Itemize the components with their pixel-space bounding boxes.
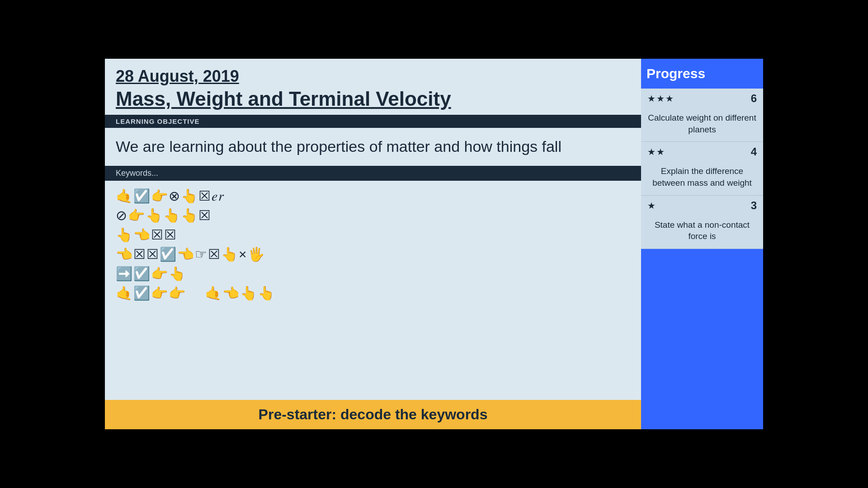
icon-row: 👆👈☒️☒️ — [116, 226, 630, 244]
progress-item-header-2: ★ 3 — [641, 196, 763, 216]
icon-row: 👈☒️☒️☑️👈☞☒️👆×🖐 — [116, 245, 630, 263]
icon-row: ⊘👉👆👆👆☒️ — [116, 206, 630, 224]
sidebar-footer — [641, 249, 763, 429]
main-content: 28 August, 2019 Mass, Weight and Termina… — [105, 59, 641, 429]
progress-item-header-0: ★★★ 6 — [641, 89, 763, 108]
stars-0: ★★★ — [647, 93, 675, 104]
progress-desc-2: State what a non-contact force is — [641, 216, 763, 249]
learning-objective-text: We are learning about the properties of … — [105, 128, 641, 166]
sidebar-header-title: Progress — [646, 66, 705, 81]
keywords-icons: 🤙☑️👉⊗👆☒️𝑒𝑟⊘👉👆👆👆☒️👆👈☒️☒️👈☒️☒️☑️👈☞☒️👆×🖐➡️☑… — [105, 181, 641, 400]
progress-number-2: 3 — [751, 199, 757, 212]
progress-item-2: ★ 3 State what a non-contact force is — [641, 196, 763, 249]
progress-number-1: 4 — [751, 145, 757, 158]
sidebar: Progress ★★★ 6 Calculate weight on diffe… — [641, 59, 763, 429]
learning-objective-bar: LEARNING OBJECTIVE — [105, 115, 641, 128]
stars-2: ★ — [647, 200, 656, 211]
progress-item-0: ★★★ 6 Calculate weight on different plan… — [641, 89, 763, 142]
progress-desc-0: Calculate weight on different planets — [641, 108, 763, 141]
progress-item-1: ★★ 4 Explain the difference between mass… — [641, 142, 763, 195]
icon-row: 🤙☑️👉⊗👆☒️𝑒𝑟 — [116, 187, 630, 205]
keywords-bar: Keywords... — [105, 166, 641, 181]
title-section: 28 August, 2019 Mass, Weight and Termina… — [105, 59, 641, 115]
icon-row: 🤙☑️👉👉 🤙👈👆👆 — [116, 284, 630, 302]
progress-desc-1: Explain the difference between mass and … — [641, 162, 763, 195]
prestarter-text: Pre-starter: decode the keywords — [259, 406, 488, 422]
keywords-label: Keywords... — [116, 169, 158, 178]
prestarter-bar: Pre-starter: decode the keywords — [105, 400, 641, 429]
icon-row: ➡️☑️👉👆 — [116, 265, 630, 282]
progress-number-0: 6 — [751, 92, 757, 105]
learning-objective-label: LEARNING OBJECTIVE — [116, 117, 200, 125]
slide-wrapper: 28 August, 2019 Mass, Weight and Termina… — [105, 59, 763, 429]
sidebar-header: Progress — [641, 59, 763, 89]
stars-1: ★★ — [647, 146, 665, 157]
slide-date: 28 August, 2019 — [116, 67, 630, 86]
progress-items-container: ★★★ 6 Calculate weight on different plan… — [641, 89, 763, 249]
slide-title: Mass, Weight and Terminal Velocity — [116, 88, 630, 110]
progress-item-header-1: ★★ 4 — [641, 142, 763, 162]
